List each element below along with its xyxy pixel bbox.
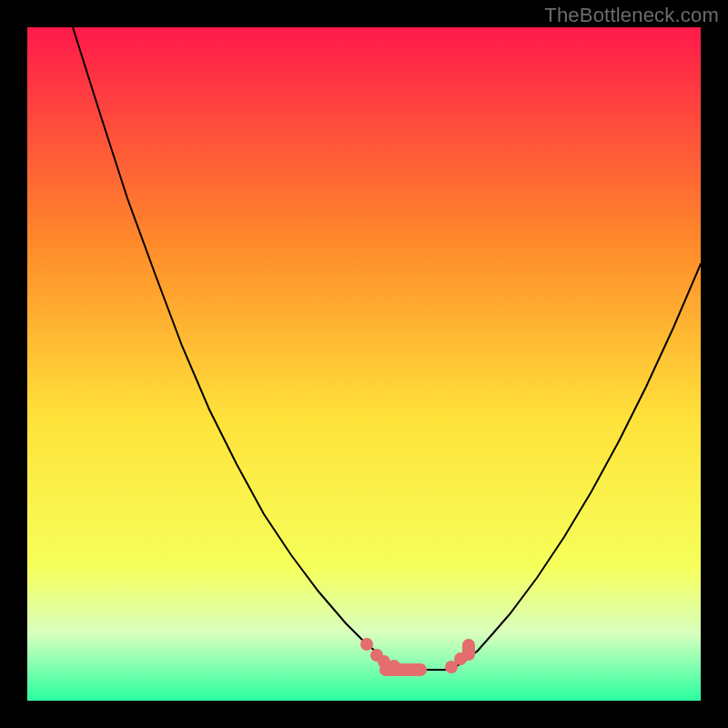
highlight-marker	[379, 663, 427, 676]
highlight-marker	[360, 638, 373, 651]
highlight-marker	[462, 639, 475, 661]
attribution-label: TheBottleneck.com	[544, 4, 719, 27]
chart-canvas	[27, 27, 701, 701]
chart-frame: TheBottleneck.com	[0, 0, 728, 728]
gradient-background	[27, 27, 701, 701]
plot-area	[27, 27, 701, 701]
